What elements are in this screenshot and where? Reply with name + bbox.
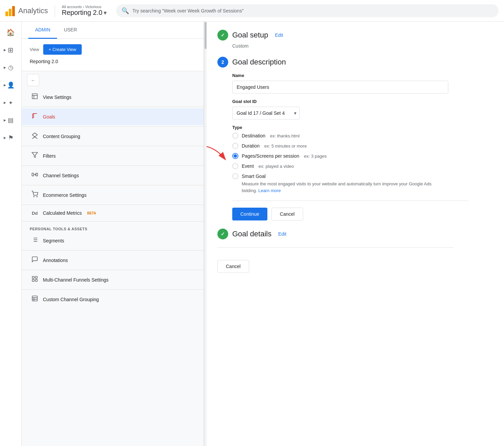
nav-label-content-grouping: Content Grouping [43, 134, 80, 139]
nav-item-segments[interactable]: Segments [22, 232, 204, 249]
nav-label-filters: Filters [43, 153, 56, 159]
nav-item-ecommerce[interactable]: Ecommerce Settings [22, 187, 204, 203]
radio-event[interactable]: Event ex: played a video [232, 163, 493, 169]
nav-label-goals: Goals [43, 114, 55, 120]
nav-item-content-grouping[interactable]: Content Grouping [22, 128, 204, 145]
cancel-button-form[interactable]: Cancel [271, 208, 303, 220]
header-divider [55, 5, 55, 17]
tab-user[interactable]: USER [57, 22, 84, 39]
search-bar[interactable]: 🔍 Try searching "Week over Week Growth o… [116, 4, 499, 17]
radio-duration[interactable]: Duration ex: 5 minutes or more [232, 143, 493, 149]
view-name: Reporting 2.0 [30, 57, 195, 65]
admin-panel: ADMIN USER View + Create View Reporting … [22, 22, 204, 446]
slot-select[interactable]: Goal Id 17 / Goal Set 4 [232, 107, 300, 120]
content-grouping-icon [31, 132, 39, 140]
step-2-header: 2 Goal description [217, 57, 493, 68]
nav-item-annotations[interactable]: Annotations [22, 252, 204, 268]
radio-circle-smart-goal [232, 173, 238, 179]
nav-label-view-settings: View Settings [43, 95, 72, 100]
step-3-circle: ✓ [217, 229, 228, 239]
logo-bar-3 [12, 6, 15, 16]
name-input[interactable] [232, 81, 448, 94]
people-icon: 👤 [7, 81, 15, 89]
logo: Analytics [5, 5, 48, 16]
dashboard-icon: ⊞ [8, 46, 14, 54]
radio-hint-destination: ex: thanks.html [270, 133, 299, 138]
sidebar-item-home[interactable]: 🏠 [3, 24, 19, 41]
name-label: Name [232, 73, 493, 78]
radio-hint-event: ex: played a video [259, 164, 294, 169]
nav-label-custom-channel: Custom Channel Grouping [43, 297, 99, 302]
segments-icon [31, 236, 39, 245]
create-view-button[interactable]: + Create View [43, 44, 82, 55]
sidebar-item-realtime[interactable]: ▶ ◷ [3, 59, 19, 76]
scroll-track[interactable] [204, 22, 207, 446]
bottom-cancel-button[interactable]: Cancel [217, 260, 249, 273]
svg-marker-4 [32, 153, 38, 158]
continue-button[interactable]: Continue [232, 208, 267, 220]
nav-item-custom-channel[interactable]: Custom Channel Grouping [22, 291, 204, 308]
form-divider [232, 201, 469, 201]
svg-rect-0 [32, 94, 37, 99]
svg-rect-19 [35, 277, 37, 279]
nav-item-calculated-metrics[interactable]: Dd Calculated Metrics BETA [22, 206, 204, 220]
slot-select-wrapper: Goal Id 17 / Goal Set 4 ▾ [232, 107, 300, 120]
expand-arrow: ▶ [4, 48, 6, 52]
nav-divider-2 [22, 126, 204, 127]
logo-bars [5, 5, 15, 16]
nav-item-view-settings[interactable]: View Settings [22, 89, 204, 105]
sidebar-item-behavior[interactable]: ▶ ▤ [3, 112, 19, 128]
flag-icon: ⚑ [8, 134, 14, 141]
nav-divider-1 [22, 107, 204, 107]
step-1-subtitle: Custom [232, 43, 493, 49]
expand-arrow-2: ▶ [4, 66, 6, 69]
calculated-metrics-icon: Dd [31, 211, 39, 216]
goal-description-form: Name Goal slot ID Goal Id 17 / Goal Set … [232, 73, 493, 220]
step-3-edit-link[interactable]: Edit [278, 231, 286, 237]
acquisition-icon: ✦ [8, 100, 13, 106]
search-placeholder: Try searching "Week over Week Growth of … [132, 8, 243, 14]
nav-item-goals[interactable]: Goals [22, 108, 204, 125]
step-1-edit-link[interactable]: Edit [275, 32, 283, 38]
view-label: View [30, 47, 39, 52]
sidebar-item-dashboard[interactable]: ▶ ⊞ [3, 42, 19, 58]
svg-point-10 [34, 196, 34, 197]
radio-label-pages-screens: Pages/Screens per session [242, 153, 299, 159]
content-area: ADMIN USER View + Create View Reporting … [22, 22, 504, 446]
nav-item-multi-channel[interactable]: Multi-Channel Funnels Settings [22, 271, 204, 288]
nav-label-segments: Segments [43, 238, 64, 243]
nav-label-ecommerce: Ecommerce Settings [43, 192, 86, 198]
svg-rect-21 [32, 280, 34, 282]
nav-item-channel-settings[interactable]: Channel Settings [22, 167, 204, 184]
svg-rect-22 [32, 296, 37, 301]
svg-rect-5 [32, 173, 34, 176]
radio-destination[interactable]: Destination ex: thanks.html [232, 133, 493, 139]
account-title[interactable]: Reporting 2.0 ▾ [62, 9, 107, 17]
back-arrow-icon: ← [31, 78, 35, 83]
nav-divider-9 [22, 270, 204, 270]
nav-divider-10 [22, 289, 204, 290]
channel-settings-icon [31, 171, 39, 180]
svg-rect-20 [35, 280, 37, 282]
nav-label-calculated-metrics: Calculated Metrics [43, 210, 82, 216]
radio-smart-goal[interactable]: Smart Goal [232, 173, 493, 179]
account-title-text: Reporting 2.0 [62, 9, 102, 17]
radio-label-smart-goal: Smart Goal [242, 174, 266, 179]
logo-bar-1 [5, 11, 8, 16]
home-icon: 🏠 [6, 28, 15, 36]
radio-pages-screens[interactable]: Pages/Screens per session ex: 3 pages [232, 153, 493, 159]
sidebar-item-audience[interactable]: ▶ 👤 [3, 77, 19, 93]
form-actions: Continue Cancel [232, 208, 493, 220]
personal-tools-title: PERSONAL TOOLS & ASSETS [22, 223, 204, 232]
tab-admin[interactable]: ADMIN [28, 22, 57, 39]
logo-bar-2 [9, 9, 11, 16]
app-name: Analytics [18, 6, 48, 15]
annotation-arrow [207, 143, 236, 170]
learn-more-link[interactable]: Learn more [258, 188, 281, 193]
nav-item-filters[interactable]: Filters [22, 148, 204, 164]
svg-rect-18 [32, 277, 34, 279]
sidebar-item-conversions[interactable]: ▶ ⚑ [3, 130, 19, 146]
nav-divider-8 [22, 250, 204, 251]
back-button[interactable]: ← [27, 74, 39, 86]
sidebar-item-acquisition[interactable]: ▶ ✦ [3, 95, 19, 111]
